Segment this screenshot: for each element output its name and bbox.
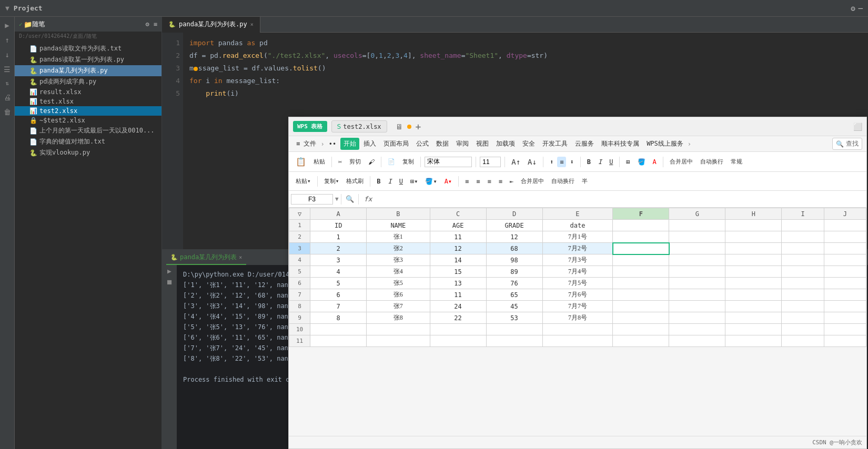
cell-C5[interactable]: 15 — [430, 266, 486, 278]
cell-A11[interactable] — [310, 335, 367, 347]
wps-underline-btn[interactable]: U — [607, 157, 615, 167]
add-tab-icon[interactable]: + — [416, 121, 421, 132]
wps-normal-btn[interactable]: 常规 — [728, 156, 745, 167]
cell-D5[interactable]: 89 — [486, 266, 542, 278]
col-header-C[interactable]: C — [430, 208, 486, 220]
run-tab-close[interactable]: × — [239, 254, 242, 260]
cell-H6[interactable] — [725, 278, 782, 289]
cell-I2[interactable] — [782, 231, 824, 243]
cell-H11[interactable] — [725, 335, 782, 347]
wps-tb2-formatbrush[interactable]: 格式刷 — [344, 176, 366, 187]
cell-I10[interactable] — [782, 324, 824, 335]
wps-tb2-bold[interactable]: B — [374, 176, 383, 187]
wps-menu-start[interactable]: 开始 — [340, 138, 359, 150]
wps-cell-ref-input[interactable] — [291, 194, 333, 205]
settings-icon[interactable]: ⚙ — [851, 4, 855, 13]
cell-A4[interactable]: 3 — [310, 254, 367, 266]
wps-menu-sf[interactable]: 顺丰科技专属 — [598, 138, 642, 150]
run-play-icon2[interactable]: ▶ — [167, 267, 171, 275]
cell-H1[interactable] — [725, 220, 782, 231]
wps-menu-file[interactable]: ≡ 文件 — [293, 138, 319, 150]
wps-merge-center2[interactable]: 合并居中 — [518, 176, 547, 187]
wps-font-input[interactable] — [425, 157, 472, 167]
wps-grid[interactable]: ▽ A B C D E F G H I J 1 ID NAME — [289, 208, 866, 436]
cell-H10[interactable] — [725, 324, 782, 335]
cell-I4[interactable] — [782, 254, 824, 266]
cell-G2[interactable] — [669, 231, 725, 243]
cell-J11[interactable] — [824, 335, 866, 347]
minimize-icon[interactable]: ─ — [859, 4, 863, 13]
wps-paste-btn[interactable]: 粘贴 — [311, 156, 328, 167]
wps-align-mid[interactable]: ≡ — [557, 157, 566, 167]
col-header-E[interactable]: E — [542, 208, 613, 220]
cell-D7[interactable]: 65 — [486, 289, 542, 301]
sidebar-item-py3[interactable]: 🐍 pd读两列成字典.py — [15, 76, 162, 87]
cell-D3[interactable]: 68 — [486, 243, 542, 254]
wps-copy-label[interactable]: 复制 — [400, 156, 417, 167]
wps-search-bar[interactable]: 🔍 查找 — [832, 138, 862, 150]
sidebar-item-py2[interactable]: 🐍 panda某几列为列表.py — [15, 65, 162, 76]
wps-menu-dev[interactable]: 开发工具 — [539, 138, 571, 150]
sidebar-item-py1[interactable]: 🐍 pandas读取某一列为列表.py — [15, 54, 162, 65]
cell-F8[interactable] — [613, 301, 669, 312]
wps-align-top[interactable]: ⬆ — [547, 157, 556, 167]
run-tab-main[interactable]: 🐍 panda某几列为列表 × — [166, 250, 246, 265]
cell-B10[interactable] — [367, 324, 430, 335]
menu-icon[interactable]: ☰ — [2, 63, 13, 76]
wps-tb2-font-clr[interactable]: A▾ — [442, 176, 455, 187]
cell-H7[interactable] — [725, 289, 782, 301]
wps-indent-dec[interactable]: ⇤ — [507, 176, 516, 187]
cell-J10[interactable] — [824, 324, 866, 335]
cell-D4[interactable]: 98 — [486, 254, 542, 266]
cell-I8[interactable] — [782, 301, 824, 312]
cell-C8[interactable]: 24 — [430, 301, 486, 312]
cell-J4[interactable] — [824, 254, 866, 266]
cell-E5[interactable]: 7月4号 — [542, 266, 613, 278]
collapse-icon[interactable]: ≡ — [154, 21, 157, 28]
cell-H5[interactable] — [725, 266, 782, 278]
sidebar-item-lock[interactable]: 🔒 ~$test2.xlsx — [15, 116, 162, 125]
wps-align-right[interactable]: ≡ — [485, 176, 494, 187]
wps-menu-insert[interactable]: 插入 — [360, 138, 379, 150]
cell-E2[interactable]: 7月1号 — [542, 231, 613, 243]
cell-B7[interactable]: 张6 — [367, 289, 430, 301]
up-icon[interactable]: ↑ — [3, 34, 11, 46]
wps-menu-more[interactable]: › — [688, 140, 691, 148]
cell-G8[interactable] — [669, 301, 725, 312]
wps-menu-data[interactable]: 数据 — [433, 138, 452, 150]
cell-A3[interactable]: 2 — [310, 243, 367, 254]
cell-D9[interactable]: 53 — [486, 312, 542, 324]
cell-B1[interactable]: NAME — [367, 220, 430, 231]
cell-E11[interactable] — [542, 335, 613, 347]
cell-C10[interactable] — [430, 324, 486, 335]
cell-B2[interactable]: 张1 — [367, 231, 430, 243]
cell-C11[interactable] — [430, 335, 486, 347]
wps-menu-review[interactable]: 审阅 — [453, 138, 472, 150]
sidebar-item-xlsx3[interactable]: 📊 test2.xlsx — [15, 106, 162, 116]
wps-menu-view[interactable]: 视图 — [473, 138, 492, 150]
wps-cut-icon[interactable]: ✂ — [336, 157, 345, 167]
wps-bold-btn[interactable]: B — [584, 157, 593, 167]
cell-G10[interactable] — [669, 324, 725, 335]
cell-I11[interactable] — [782, 335, 824, 347]
cell-F11[interactable] — [613, 335, 669, 347]
sidebar-item-txt2[interactable]: 📄 上个月的第一天或最后一天以及0010... — [15, 125, 162, 136]
wps-menu-cloud[interactable]: 云服务 — [572, 138, 597, 150]
wps-merge-btn[interactable]: 合并居中 — [667, 156, 695, 167]
gear-icon[interactable]: ⚙ — [146, 21, 149, 28]
wps-formatbrush-icon[interactable]: 🖌 — [366, 157, 377, 167]
wps-half[interactable]: 半 — [579, 176, 590, 187]
cell-I7[interactable] — [782, 289, 824, 301]
cell-J3[interactable] — [824, 243, 866, 254]
cell-G4[interactable] — [669, 254, 725, 266]
col-header-H[interactable]: H — [725, 208, 782, 220]
wps-autowrap-btn[interactable]: 自动换行 — [698, 156, 726, 167]
wps-tb2-border[interactable]: ⊞▾ — [408, 176, 420, 187]
cell-E10[interactable] — [542, 324, 613, 335]
cell-B11[interactable] — [367, 335, 430, 347]
wps-align-justify[interactable]: ≡ — [496, 176, 505, 187]
cell-H4[interactable] — [725, 254, 782, 266]
wps-color-btn[interactable]: A — [650, 157, 659, 167]
cell-J5[interactable] — [824, 266, 866, 278]
col-header-D[interactable]: D — [486, 208, 542, 220]
